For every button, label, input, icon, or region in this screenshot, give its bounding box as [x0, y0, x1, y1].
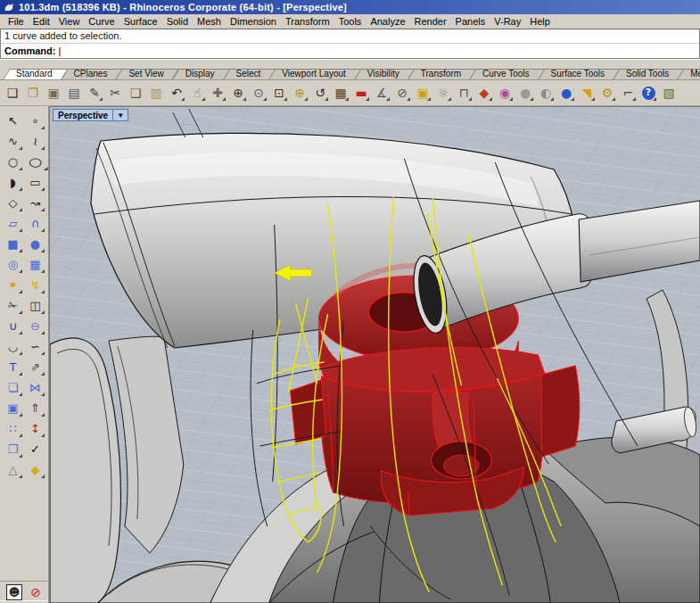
menu-curve[interactable]: Curve — [84, 16, 119, 27]
tab-set-view[interactable]: Set View — [118, 69, 174, 79]
direction-cone-icon[interactable]: ◥ — [577, 83, 597, 103]
scene-3d[interactable] — [50, 107, 700, 603]
menu-mesh[interactable]: Mesh — [193, 16, 226, 27]
shaded-viewport-icon[interactable]: ◆ — [474, 83, 494, 103]
blast-icon[interactable]: ↯ — [25, 276, 45, 294]
options-gear-icon[interactable]: ⚙ — [597, 83, 617, 103]
menu-edit[interactable]: Edit — [29, 16, 54, 27]
viewport-title-tab[interactable]: Perspective ▼ — [53, 109, 128, 121]
zoom-previous-icon[interactable]: ↺ — [310, 83, 330, 103]
ellipse-icon[interactable]: ○ — [21, 153, 49, 171]
tab-cplanes[interactable]: CPlanes — [63, 69, 119, 79]
circle-tool-icon[interactable]: ⊘ — [392, 83, 412, 103]
zoom-icon[interactable]: ⊕ — [228, 83, 248, 103]
surface-curved-icon[interactable]: ∩ — [25, 214, 45, 233]
single-point-icon[interactable]: ∘ — [25, 112, 45, 130]
primitives-icon[interactable]: △ — [3, 460, 23, 479]
rectangle-icon[interactable]: ▭ — [25, 173, 45, 192]
menu-file[interactable]: File — [4, 16, 29, 27]
blend-icon[interactable]: ∽ — [25, 337, 45, 356]
zoom-selected-icon[interactable]: ⊕ — [290, 83, 309, 103]
zoom-dynamic-icon[interactable]: ⊙ — [249, 83, 268, 103]
arc-icon[interactable]: ◗ — [3, 173, 23, 192]
menu-render[interactable]: Render — [410, 16, 451, 27]
freeform-curve-icon[interactable]: ↝ — [25, 194, 45, 212]
menu-dimension[interactable]: Dimension — [226, 16, 281, 27]
menu-view[interactable]: View — [54, 16, 85, 27]
shaded-sphere-icon[interactable]: ● — [515, 83, 535, 103]
copy-objects-icon[interactable]: ❏ — [3, 378, 23, 397]
sphere-icon[interactable]: ● — [25, 235, 45, 253]
zoom-window-icon[interactable]: ⊡ — [269, 83, 289, 103]
rendered-sphere-icon[interactable]: ● — [556, 83, 576, 103]
print-icon[interactable]: ▤ — [64, 83, 84, 103]
tab-surface-tools[interactable]: Surface Tools — [540, 69, 615, 79]
viewport-layout-icon[interactable]: ▦ — [331, 83, 350, 103]
color-wheel-icon[interactable]: ◉ — [495, 83, 515, 103]
menu-tools[interactable]: Tools — [334, 16, 366, 27]
tab-mesh-tools[interactable]: Mesh Tools — [679, 69, 700, 79]
cut-icon[interactable]: ✂ — [105, 83, 125, 103]
tab-visibility[interactable]: Visibility — [357, 69, 410, 79]
copy-icon[interactable]: ❑ — [126, 83, 145, 103]
torus-icon[interactable]: ◎ — [3, 255, 23, 274]
rotate-view-icon[interactable]: ✚ — [208, 83, 227, 103]
menu-solid[interactable]: Solid — [162, 16, 193, 27]
mirror-icon[interactable]: ⋈ — [25, 378, 45, 397]
lock-icon[interactable]: ⊓ — [454, 83, 474, 103]
trim-icon[interactable]: ✁ — [3, 296, 23, 315]
perspective-viewport[interactable]: Perspective ▼ — [49, 106, 700, 603]
circle-icon[interactable]: ○ — [3, 153, 23, 171]
tab-standard[interactable]: Standard — [5, 69, 63, 79]
menu-vray[interactable]: V-Ray — [490, 16, 525, 27]
tab-select[interactable]: Select — [226, 69, 272, 79]
tab-curve-tools[interactable]: Curve Tools — [472, 69, 540, 79]
menu-panels[interactable]: Panels — [451, 16, 490, 27]
boolean-union-icon[interactable]: ∪ — [3, 317, 23, 335]
group-icon[interactable]: ❒ — [3, 440, 23, 458]
extrude-icon[interactable]: ⇑ — [25, 399, 45, 417]
lamp-icon[interactable]: ☼ — [433, 83, 453, 103]
menu-transform[interactable]: Transform — [281, 16, 334, 27]
tab-solid-tools[interactable]: Solid Tools — [615, 69, 679, 79]
tab-transform[interactable]: Transform — [410, 69, 472, 79]
split-icon[interactable]: ◫ — [25, 296, 45, 315]
explode-icon[interactable]: ✶ — [3, 276, 23, 294]
boolean-difference-icon[interactable]: ⊖ — [25, 317, 45, 335]
patch-icon[interactable]: ◆ — [25, 460, 45, 479]
disable-icon[interactable]: ⊘ — [28, 584, 44, 600]
menu-help[interactable]: Help — [525, 16, 555, 27]
new-file-icon[interactable]: ❏ — [3, 83, 22, 103]
command-input[interactable]: Command: | — [1, 43, 699, 58]
render-preview-icon[interactable]: ▧ — [659, 83, 679, 103]
pan-view-icon[interactable]: ☝ — [187, 83, 207, 103]
mesh-surface-icon[interactable]: ▦ — [25, 255, 45, 274]
interpolate-curve-icon[interactable]: ≀ — [25, 132, 45, 151]
select-pointer-icon[interactable]: ↖ — [3, 112, 23, 130]
tab-viewport-layout[interactable]: Viewport Layout — [271, 69, 357, 79]
box-icon[interactable]: ■ — [3, 235, 23, 253]
polygon-icon[interactable]: ◇ — [3, 194, 23, 212]
save-file-icon[interactable]: ▣ — [44, 83, 63, 103]
history-icon[interactable]: ⌐ — [618, 83, 638, 103]
control-point-curve-icon[interactable]: ∿ — [3, 132, 23, 151]
open-file-icon[interactable]: ❐ — [23, 83, 43, 103]
menu-analyze[interactable]: Analyze — [366, 16, 409, 27]
check-icon[interactable]: ✓ — [25, 440, 45, 458]
paste-icon[interactable]: ▥ — [146, 83, 166, 103]
dimension-icon[interactable]: ↕ — [25, 419, 45, 438]
undo-icon[interactable]: ↶ — [167, 83, 186, 103]
fillet-icon[interactable]: ◡ — [3, 337, 23, 356]
viewport-menu-arrow[interactable]: ▼ — [113, 112, 128, 120]
scale-icon[interactable]: ⇗ — [25, 358, 45, 376]
help-icon[interactable]: ? — [638, 83, 658, 103]
ghosted-sphere-icon[interactable]: ◐ — [536, 83, 556, 103]
menu-surface[interactable]: Surface — [119, 16, 162, 27]
solid-union-icon[interactable]: ▣ — [3, 399, 23, 417]
tab-display[interactable]: Display — [175, 69, 226, 79]
analyze-angle-icon[interactable]: ∡ — [372, 83, 391, 103]
display-mode-car-icon[interactable]: ▬ — [351, 83, 371, 103]
annotate-face-icon[interactable]: ☻ — [6, 584, 22, 600]
osnap-icon[interactable]: ▣ — [413, 83, 432, 103]
surface-plane-icon[interactable]: ▱ — [3, 214, 23, 233]
